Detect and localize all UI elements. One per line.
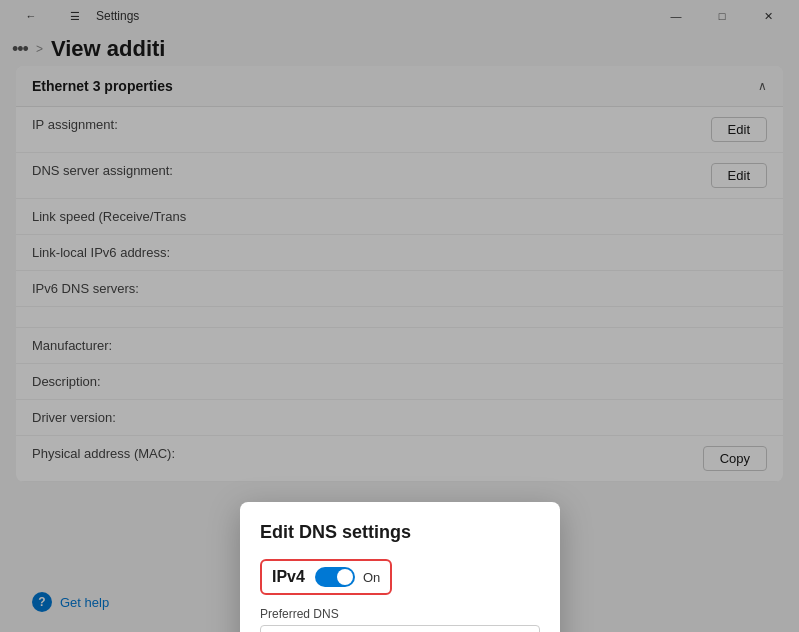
edit-dns-modal: Edit DNS settings IPv4 On bbox=[240, 502, 560, 632]
ipv4-toggle-track bbox=[315, 567, 355, 587]
ipv4-toggle-container[interactable]: On bbox=[315, 567, 380, 587]
ipv4-section-box: IPv4 On bbox=[260, 559, 392, 595]
ipv4-toggle[interactable] bbox=[315, 567, 355, 587]
ipv4-toggle-thumb bbox=[337, 569, 353, 585]
preferred-dns-input-wrapper[interactable]: × bbox=[260, 625, 540, 632]
ipv4-label: IPv4 bbox=[272, 568, 305, 586]
preferred-dns-group: Preferred DNS × bbox=[260, 607, 540, 632]
preferred-dns-label: Preferred DNS bbox=[260, 607, 540, 621]
modal-title: Edit DNS settings bbox=[260, 522, 540, 543]
ipv4-toggle-text: On bbox=[363, 570, 380, 585]
